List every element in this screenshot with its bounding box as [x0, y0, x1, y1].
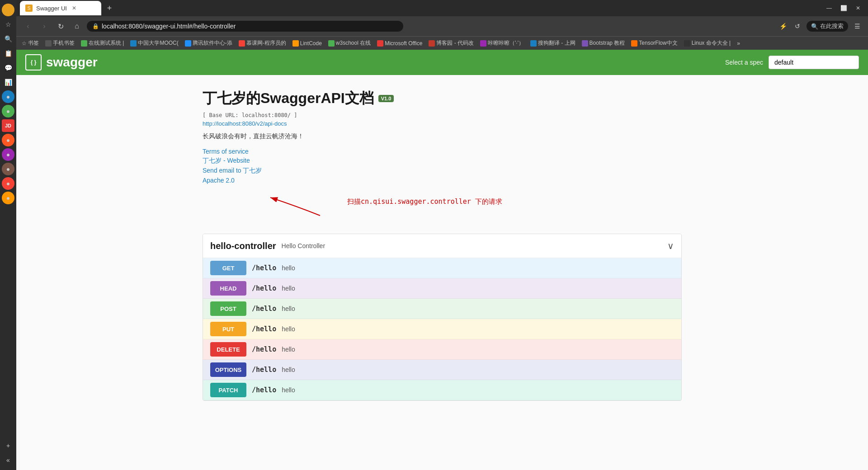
bookmark-mooc[interactable]: 中国大学MOOC(	[128, 38, 180, 48]
sidebar-icon-brown[interactable]: ●	[2, 163, 14, 175]
method-row-put[interactable]: PUT /hello hello	[203, 319, 681, 339]
sidebar-icon-chat[interactable]: 💬	[2, 61, 14, 74]
bookmark-sogou[interactable]: 搜狗翻译 - 上网	[528, 38, 577, 48]
method-path-0: /hello	[252, 264, 276, 272]
methods-list: GET /hello hello HEAD /hello hello POST …	[203, 258, 681, 400]
method-badge-head: HEAD	[210, 281, 246, 296]
api-title-text: 丁七岁的SwaggerAPI文档	[203, 89, 374, 108]
method-path-1: /hello	[252, 284, 276, 292]
search-box[interactable]: 🔍 在此搜索	[807, 21, 848, 32]
method-badge-patch: PATCH	[210, 383, 246, 397]
annotation-text: 扫描cn.qisui.swagger.controller 下的请求	[347, 197, 502, 206]
controller-name: hello-controller	[210, 241, 276, 251]
license-link[interactable]: Apache 2.0	[203, 177, 682, 184]
method-row-options[interactable]: OPTIONS /hello hello	[203, 360, 681, 380]
bookmark-bootstrap[interactable]: Bootstrap 教程	[580, 38, 627, 48]
search-label: 在此搜索	[820, 22, 844, 30]
website-link[interactable]: 丁七岁 - Website	[203, 157, 682, 165]
bookmark-label: 书签	[28, 39, 39, 47]
sidebar-icon-collapse[interactable]: «	[2, 454, 14, 466]
bookmark-tf-icon	[631, 40, 637, 47]
bookmark-lintcode[interactable]: LintCode	[291, 39, 324, 47]
sidebar-icon-blue[interactable]: ●	[2, 90, 14, 103]
home-button[interactable]: ⌂	[71, 20, 83, 33]
extensions-icon[interactable]: ⚡	[778, 21, 788, 32]
method-summary-1: hello	[282, 285, 295, 292]
method-row-post[interactable]: POST /hello hello	[203, 299, 681, 319]
spec-select-wrap: default ▼	[769, 56, 859, 69]
search-icon: 🔍	[811, 23, 818, 30]
swagger-logo-icon: { }	[25, 54, 42, 70]
method-badge-get: GET	[210, 261, 246, 275]
window-restore-button[interactable]: ⬜	[837, 2, 850, 14]
window-close-button[interactable]: ✕	[852, 2, 864, 14]
swagger-header: { } swagger Select a spec default ▼	[16, 50, 868, 75]
swagger-logo: { } swagger	[25, 54, 98, 70]
sidebar-icon-star[interactable]: ☆	[2, 18, 14, 31]
swagger-body: 丁七岁的SwaggerAPI文档 V1.0 [ Base URL: localh…	[193, 75, 691, 422]
bookmark-star[interactable]: ☆ 书签	[20, 38, 41, 48]
email-link[interactable]: Send email to 丁七岁	[203, 167, 682, 175]
method-row-head[interactable]: HEAD /hello hello	[203, 278, 681, 299]
page-content: { } swagger Select a spec default ▼ 丁七岁的…	[16, 50, 868, 470]
refresh-icon[interactable]: ↺	[792, 21, 803, 32]
bookmark-cnblogs[interactable]: 博客园 - 代码改	[427, 38, 476, 48]
bookmark-bootstrap-icon	[582, 40, 588, 47]
bookmark-mobile[interactable]: 手机书签	[43, 38, 76, 48]
controller-header[interactable]: hello-controller Hello Controller ∨	[203, 234, 681, 258]
sidebar-icon-green[interactable]: ●	[2, 105, 14, 118]
api-description: 长风破浪会有时，直挂云帆济沧海！	[203, 132, 682, 141]
address-input[interactable]: localhost:8080/swagger-ui.html#/hello-co…	[102, 23, 398, 30]
sidebar-icon-purple[interactable]: ●	[2, 148, 14, 161]
method-row-delete[interactable]: DELETE /hello hello	[203, 339, 681, 360]
bookmark-sogou-icon	[530, 40, 537, 47]
bookmark-more[interactable]: »	[735, 39, 742, 47]
bookmark-muke-icon	[239, 40, 245, 47]
bookmark-mukecms[interactable]: 慕课网-程序员的	[237, 38, 288, 48]
sidebar-icon-amber[interactable]: ●	[2, 192, 14, 204]
method-path-2: /hello	[252, 305, 276, 313]
bookmark-w3school-icon	[328, 40, 335, 47]
browser-window: S Swagger UI ✕ + — ⬜ ✕ ‹ › ↻ ⌂ 🔒 localho…	[16, 0, 868, 470]
terms-of-service-link[interactable]: Terms of service	[203, 148, 682, 155]
tab-title: Swagger UI	[36, 5, 67, 12]
method-path-3: /hello	[252, 325, 276, 333]
bookmark-kaka[interactable]: 咔嚓咔嚓（'·'）	[478, 38, 526, 48]
bookmark-linux[interactable]: Linux 命令大全 |	[682, 38, 732, 48]
sidebar-icon-search[interactable]: 🔍	[2, 33, 14, 45]
sidebar-icon-clipboard[interactable]: 📋	[2, 47, 14, 60]
api-docs-link[interactable]: http://localhost:8080/v2/api-docs	[203, 120, 682, 127]
method-row-patch[interactable]: PATCH /hello hello	[203, 380, 681, 400]
swagger-logo-text: swagger	[46, 55, 98, 70]
bookmark-ms-office[interactable]: Microsoft Office	[375, 39, 424, 47]
method-path-6: /hello	[252, 386, 276, 394]
sidebar-icon-orange[interactable]: ●	[2, 134, 14, 146]
spec-select[interactable]: default	[769, 56, 859, 69]
refresh-button[interactable]: ↻	[54, 20, 67, 33]
forward-button[interactable]: ›	[38, 20, 51, 33]
sidebar-icon-table[interactable]: 📊	[2, 76, 14, 89]
bookmark-tencent[interactable]: 腾讯软件中心-添	[183, 38, 234, 48]
window-minimize-button[interactable]: —	[823, 2, 835, 14]
lock-icon: 🔒	[92, 23, 99, 29]
sidebar-icon-jd[interactable]: JD	[2, 119, 14, 132]
method-badge-put: PUT	[210, 322, 246, 336]
browser-menu-icon[interactable]: ☰	[852, 21, 863, 32]
tab-bar: S Swagger UI ✕ + — ⬜ ✕	[16, 0, 868, 16]
bookmark-tensorflow[interactable]: TensorFlow中文	[629, 38, 679, 48]
tab-close-button[interactable]: ✕	[71, 5, 78, 12]
new-tab-button[interactable]: +	[103, 2, 116, 14]
bookmark-ms-icon	[377, 40, 383, 47]
method-row-get[interactable]: GET /hello hello	[203, 258, 681, 278]
browser-tab-swagger[interactable]: S Swagger UI ✕	[20, 1, 101, 15]
back-button[interactable]: ‹	[22, 20, 34, 33]
method-path-5: /hello	[252, 366, 276, 374]
app-sidebar: ☆ 🔍 📋 💬 📊 ● ● JD ● ● ● ● ● + «	[0, 0, 16, 470]
sidebar-icon-add[interactable]: +	[2, 439, 14, 452]
sidebar-icon-red[interactable]: ●	[2, 177, 14, 190]
bookmark-test[interactable]: 在线测试系统 |	[79, 38, 126, 48]
method-badge-delete: DELETE	[210, 342, 246, 357]
method-summary-2: hello	[282, 305, 295, 312]
spec-select-area: Select a spec default ▼	[725, 56, 859, 69]
bookmark-w3school[interactable]: w3school 在线	[326, 38, 373, 48]
